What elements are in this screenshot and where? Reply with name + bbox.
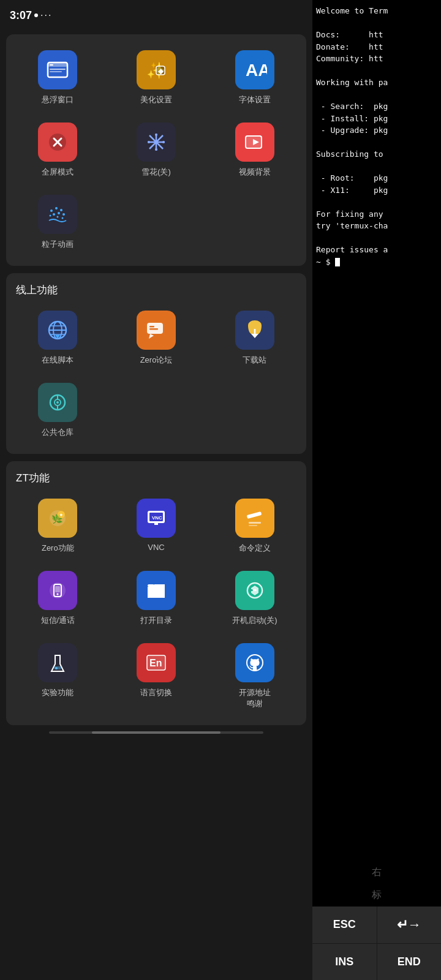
label-open-dir: 打开目录: [140, 615, 172, 626]
item-sms[interactable]: 短信/通话: [11, 565, 105, 632]
label-beautify: 美化设置: [140, 94, 172, 105]
item-vnc[interactable]: VNC VNC: [110, 492, 203, 560]
right-label: 右: [312, 866, 441, 879]
icon-sms: [38, 571, 77, 610]
zt-grid: 🌿 ✦ Zero功能 VNC VNC: [11, 492, 301, 715]
icon-beautify: ✨ ◆: [137, 50, 176, 89]
svg-rect-54: [249, 522, 261, 524]
label-public-repo: 公共仓库: [42, 427, 74, 438]
item-floating-window[interactable]: 悬浮窗口: [11, 44, 105, 111]
svg-point-59: [57, 594, 59, 595]
svg-text:AA: AA: [246, 61, 267, 80]
icon-lang: En: [137, 643, 176, 682]
svg-point-66: [55, 667, 58, 669]
label-zero-func: Zero功能: [42, 543, 74, 554]
icon-vnc: VNC: [137, 499, 176, 538]
tab-key[interactable]: ↵→: [377, 907, 442, 943]
item-lab[interactable]: 实验功能: [11, 637, 105, 715]
svg-rect-64: [248, 589, 253, 591]
right-panel: Welcome to Term Docs: htt Donate: htt Co…: [312, 0, 441, 980]
status-dot: [34, 13, 38, 17]
item-cmd[interactable]: 命令定义: [208, 492, 301, 560]
svg-rect-3: [50, 69, 66, 70]
scroll-indicator: [49, 731, 263, 734]
item-github[interactable]: 开源地址 鸣谢: [208, 637, 301, 715]
status-bar: 3:07 ···: [0, 0, 312, 31]
right-label2: 标: [312, 889, 441, 902]
item-public-repo[interactable]: 公共仓库: [11, 377, 105, 444]
item-boot[interactable]: 开机启动(关): [208, 565, 301, 632]
item-font[interactable]: AA 字体设置: [208, 44, 301, 111]
top-section: 悬浮窗口 ✨ ◆ 美化设置 AA: [6, 34, 306, 266]
icon-github: [235, 643, 274, 682]
svg-point-31: [62, 217, 64, 219]
icon-snow: [137, 123, 176, 162]
svg-point-44: [56, 401, 59, 404]
esc-key[interactable]: ESC: [312, 907, 377, 943]
item-snow[interactable]: 雪花(关): [110, 116, 203, 184]
icon-boot: [235, 571, 274, 610]
svg-text:◆: ◆: [158, 67, 164, 75]
label-lang: 语言切换: [140, 687, 172, 698]
label-boot: 开机启动(关): [232, 615, 277, 626]
item-zero-forum[interactable]: Zero论坛: [110, 304, 203, 372]
item-video[interactable]: 视频背景: [208, 116, 301, 184]
icon-cmd: [235, 499, 274, 538]
label-github: 开源地址 鸣谢: [239, 687, 271, 709]
svg-point-17: [155, 134, 157, 136]
svg-rect-58: [55, 586, 60, 592]
end-key[interactable]: END: [377, 944, 442, 981]
item-zero-func[interactable]: 🌿 ✦ Zero功能: [11, 492, 105, 560]
icon-lab: [38, 643, 77, 682]
label-floating-window: 悬浮窗口: [42, 94, 74, 105]
svg-text:✦: ✦: [59, 512, 64, 518]
label-zero-forum: Zero论坛: [140, 355, 173, 366]
item-open-dir[interactable]: 打开目录: [110, 565, 203, 632]
label-snow: 雪花(关): [141, 167, 171, 178]
left-panel: 3:07 ··· 悬浮窗口: [0, 0, 312, 980]
item-lang[interactable]: En 语言切换: [110, 637, 203, 715]
svg-point-16: [154, 140, 158, 144]
label-cmd: 命令定义: [239, 543, 271, 554]
zt-section-title: ZT功能: [16, 471, 296, 485]
item-beautify[interactable]: ✨ ◆ 美化设置: [110, 44, 203, 111]
icon-open-dir: [137, 571, 176, 610]
svg-point-29: [50, 215, 51, 217]
svg-point-26: [53, 213, 55, 216]
label-font: 字体设置: [239, 94, 271, 105]
svg-rect-38: [149, 326, 154, 328]
icon-fullscreen: [38, 123, 77, 162]
svg-point-19: [148, 141, 150, 143]
icon-floating-window: [38, 50, 77, 89]
terminal-keys: ESC ↵→ INS END: [312, 907, 441, 980]
label-video: 视频背景: [239, 167, 271, 178]
svg-point-27: [58, 212, 60, 214]
svg-rect-39: [149, 328, 158, 330]
svg-point-20: [162, 141, 165, 143]
svg-rect-53: [246, 511, 262, 519]
item-fullscreen[interactable]: 全屏模式: [11, 116, 105, 184]
item-particle[interactable]: 粒子动画: [11, 189, 105, 256]
svg-point-30: [57, 216, 59, 218]
svg-point-24: [55, 207, 58, 209]
label-vnc: VNC: [148, 543, 164, 552]
svg-rect-2: [50, 64, 53, 66]
svg-rect-55: [249, 525, 257, 526]
item-download[interactable]: 下载站: [208, 304, 301, 372]
label-online-script: 在线脚本: [42, 355, 74, 366]
top-grid: 悬浮窗口 ✨ ◆ 美化设置 AA: [11, 44, 301, 256]
label-particle: 粒子动画: [42, 239, 74, 250]
scroll-thumb: [92, 731, 221, 734]
status-more: ···: [40, 10, 52, 21]
icon-font: AA: [235, 50, 274, 89]
svg-rect-4: [50, 71, 62, 72]
online-section-title: 线上功能: [16, 283, 296, 297]
icon-public-repo: [38, 383, 77, 422]
item-online-script[interactable]: 在线脚本: [11, 304, 105, 372]
ins-key[interactable]: INS: [312, 944, 377, 981]
label-fullscreen: 全屏模式: [42, 167, 74, 178]
svg-rect-60: [148, 584, 154, 587]
icon-zero-forum: [137, 311, 176, 350]
terminal-output[interactable]: Welcome to Term Docs: htt Donate: htt Co…: [312, 0, 441, 861]
svg-text:VNC: VNC: [152, 515, 162, 521]
